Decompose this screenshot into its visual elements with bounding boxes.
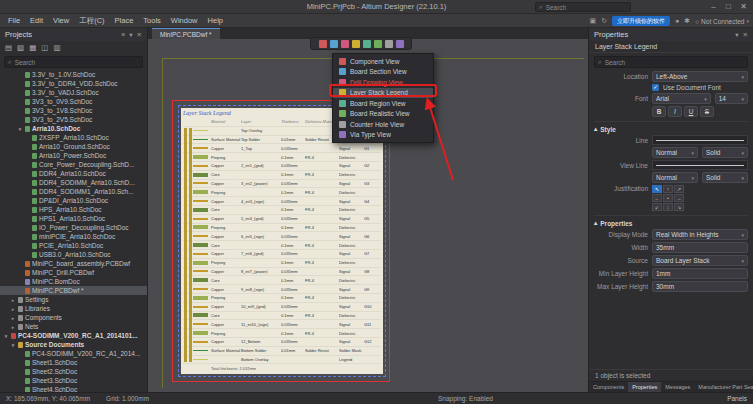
font-size-select[interactable]: 14 ▾ — [715, 93, 748, 104]
justification-button-0[interactable]: ↖ — [652, 185, 662, 193]
user-icon[interactable]: ● — [675, 14, 679, 28]
compile-icon[interactable]: ▦ — [29, 42, 36, 54]
menu-item-2[interactable]: View — [48, 14, 74, 28]
close-icon[interactable]: ✕ — [743, 31, 748, 39]
expand-open-icon[interactable]: ▾ — [3, 333, 9, 339]
tree-item[interactable]: ▾PC4-SODIMM_V200_RC_A1_2014101... — [0, 331, 147, 340]
justification-button-3[interactable]: ← — [652, 194, 662, 202]
tree-item[interactable]: ▸Components — [0, 313, 147, 322]
line-weight-select[interactable]: Normal ▾ — [652, 147, 698, 158]
menu-item-7[interactable]: Help — [203, 14, 228, 28]
properties-section-header[interactable]: ▴ Properties — [594, 215, 748, 227]
drill-drawing-view-icon[interactable] — [341, 40, 349, 48]
justification-button-2[interactable]: ↗ — [674, 185, 684, 193]
tree-item[interactable]: ▸Nets — [0, 322, 147, 331]
use-document-font-checkbox[interactable]: ✓ — [652, 84, 659, 91]
board-region-view-icon[interactable] — [363, 40, 371, 48]
tree-item[interactable]: ▸Settings — [0, 295, 147, 304]
expand-open-icon[interactable]: ▾ — [10, 342, 16, 348]
justification-button-8[interactable]: ↘ — [674, 203, 684, 211]
tree-item[interactable]: 3V3_to_0V9.SchDoc — [0, 97, 147, 106]
tree-item[interactable]: Core_Power_Decoupling.SchD... — [0, 160, 147, 169]
component-view-icon[interactable] — [319, 40, 327, 48]
open-folder-icon[interactable]: ▧ — [17, 42, 24, 54]
tree-item[interactable]: 3V3_to_1V8.SchDoc — [0, 106, 147, 115]
connection-status[interactable]: ○ Not Connected ▾ — [695, 18, 749, 25]
upgrade-banner[interactable]: 立即升级你的软件 — [612, 16, 670, 26]
tree-item[interactable]: PC4-SODIMM_V200_RC_A1_2014... — [0, 349, 147, 358]
display-mode-select[interactable]: Real Width in Heights ▾ — [652, 229, 748, 240]
line-color-preview[interactable] — [652, 135, 748, 145]
justification-button-1[interactable]: ↑ — [663, 185, 673, 193]
via-type-view-icon[interactable] — [396, 40, 404, 48]
tree-item[interactable]: 3.3V_to_DDR4_VDD.SchDoc — [0, 79, 147, 88]
tree-item[interactable]: HPS_Arria10.SchDoc — [0, 205, 147, 214]
global-search-input[interactable]: ⌕ Search — [535, 2, 631, 12]
tree-item[interactable]: MiniPC.PCBDwf * — [0, 286, 147, 295]
tree-item[interactable]: MiniPC.BomDoc — [0, 277, 147, 286]
font-s-button[interactable]: S — [700, 106, 714, 117]
menu-item-board-section-view[interactable]: Board Section View — [333, 67, 433, 78]
tree-item[interactable]: MiniPC_Drill.PCBDwf — [0, 268, 147, 277]
counter-hole-view-icon[interactable] — [385, 40, 393, 48]
tree-item[interactable]: ▾Source Documents — [0, 340, 147, 349]
layer-stack-legend-icon[interactable] — [352, 40, 360, 48]
justification-button-7[interactable]: ↓ — [663, 203, 673, 211]
max-layer-height-input[interactable]: 30mm — [652, 281, 748, 292]
tree-item[interactable]: 3.3V_to_VADJ.SchDoc — [0, 88, 147, 97]
dock-tab-components[interactable]: Components — [589, 382, 628, 392]
menu-item-6[interactable]: Window — [166, 14, 203, 28]
menu-item-board-region-view[interactable]: Board Region View — [333, 98, 433, 109]
dock-tab-manufacturer-part-search[interactable]: Manufacturer Part Search — [694, 382, 753, 392]
panels-button[interactable]: Panels — [727, 395, 747, 402]
justification-button-5[interactable]: → — [674, 194, 684, 202]
maximize-button[interactable]: □ — [721, 0, 736, 14]
tree-item[interactable]: 3V3_to_2V5.SchDoc — [0, 115, 147, 124]
menu-item-1[interactable]: Edit — [25, 14, 48, 28]
tree-item[interactable]: DDR4_SODIMM_Arria10.SchD... — [0, 178, 147, 187]
font-i-button[interactable]: I — [668, 106, 682, 117]
font-b-button[interactable]: B — [652, 106, 666, 117]
view-line-color-preview[interactable] — [652, 160, 748, 170]
font-family-select[interactable]: Arial ▾ — [652, 93, 711, 104]
tree-item[interactable]: DP&DI_Arria10.SchDoc — [0, 196, 147, 205]
view-line-weight-select[interactable]: Normal ▾ — [652, 172, 698, 183]
tree-item[interactable]: IO_Power_Decoupling.SchDoc — [0, 223, 147, 232]
projects-search-input[interactable]: ⌕ Search — [4, 56, 143, 68]
tree-item[interactable]: MiniPC_board_assembly.PCBDwf — [0, 259, 147, 268]
tree-item[interactable]: USB3.0_Arria10.SchDoc — [0, 250, 147, 259]
dock-tab-properties[interactable]: Properties — [628, 382, 661, 392]
tree-item[interactable]: Sheet2.SchDoc — [0, 367, 147, 376]
line-style-select[interactable]: Solid ▾ — [702, 147, 748, 158]
expand-closed-icon[interactable]: ▸ — [10, 297, 16, 303]
panel-menu-icon[interactable]: ≡ — [121, 31, 125, 38]
tree-item[interactable]: PCIE_Arria10.SchDoc — [0, 241, 147, 250]
tree-item[interactable]: Sheet1.SchDoc — [0, 358, 147, 367]
pin-icon[interactable]: ▾ — [735, 31, 738, 39]
tree-item[interactable]: Arria10_Ground.SchDoc — [0, 142, 147, 151]
board-realistic-view-icon[interactable] — [374, 40, 382, 48]
source-select[interactable]: Board Layer Stack ▾ — [652, 255, 748, 266]
minimize-button[interactable]: – — [706, 0, 721, 14]
menu-item-counter-hole-view[interactable]: Counter Hole View — [333, 119, 433, 130]
menu-item-5[interactable]: Tools — [138, 14, 166, 28]
gear-icon[interactable]: ✱ — [684, 14, 690, 28]
tree-item[interactable]: miniPCIE_Arria10.SchDoc — [0, 232, 147, 241]
document-tab-active[interactable]: MiniPC.PCBDwf * — [152, 28, 220, 39]
menu-item-component-view[interactable]: Component View — [333, 56, 433, 67]
expand-closed-icon[interactable]: ▸ — [10, 315, 16, 321]
compare-icon[interactable]: ◫ — [41, 42, 48, 54]
expand-open-icon[interactable]: ▾ — [17, 126, 23, 132]
pcb-draftsman-canvas[interactable]: MiniPC.PCBDwf * Layer Stack Legend Mater… — [148, 28, 588, 392]
dock-tab-messages[interactable]: Messages — [661, 382, 694, 392]
chevron-down-icon[interactable]: ▾ — [129, 31, 132, 39]
properties-search-input[interactable]: ⌕ Search — [594, 56, 748, 68]
tree-item[interactable]: DDR4_Arria10.SchDoc — [0, 169, 147, 178]
width-input[interactable]: 35mm — [652, 242, 748, 253]
justification-button-4[interactable]: • — [663, 194, 673, 202]
tree-item[interactable]: Sheet4.SchDoc — [0, 385, 147, 392]
camera-icon[interactable]: ▣ — [590, 14, 597, 28]
justification-button-6[interactable]: ↙ — [652, 203, 662, 211]
menu-item-0[interactable]: File — [3, 14, 25, 28]
close-icon[interactable]: ✕ — [137, 31, 142, 39]
